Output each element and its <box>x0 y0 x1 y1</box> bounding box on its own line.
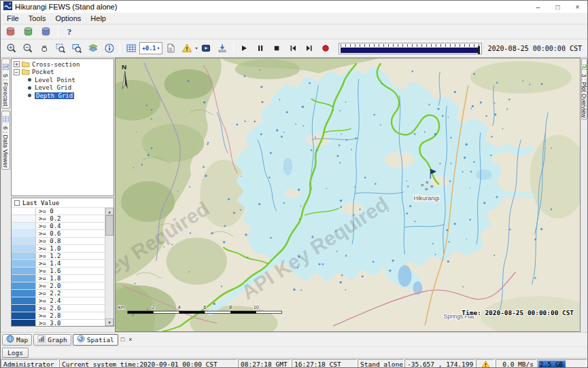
thresholds-warning-icon[interactable] <box>179 41 195 56</box>
skip-to-start-button[interactable] <box>286 41 301 56</box>
window-title: Hikurangi FEWS (Stand alone) <box>15 3 117 11</box>
legend-row: >= 1.4 <box>12 260 105 268</box>
timeseries-document-icon[interactable] <box>163 41 179 56</box>
collapse-icon[interactable]: − <box>14 69 20 75</box>
forecast-tab-icon <box>3 60 9 73</box>
close-button[interactable]: × <box>568 1 587 13</box>
legend-entry-label: >= 1.6 <box>36 268 61 274</box>
export-animation-icon[interactable] <box>215 41 230 56</box>
titlebar: Hikurangi FEWS (Stand alone) – □ × <box>1 1 587 13</box>
legend-row: >= 2.0 <box>12 282 105 290</box>
tree-item-label: Cross-section <box>32 61 80 68</box>
zoom-in-icon[interactable] <box>3 41 19 56</box>
scroll-up-icon[interactable]: ▲ <box>105 208 114 215</box>
status-transfer-rate: 0.0 MB/s <box>496 359 536 368</box>
legend-entry-label: >= 2.0 <box>36 282 61 289</box>
last-value-checkbox[interactable] <box>14 200 20 206</box>
legend-color-swatch <box>12 282 36 289</box>
map-view[interactable]: API Key Required API Key Required Hikura… <box>115 58 581 332</box>
legend-rows: >= 0>= 0.2>= 0.4>= 0.6>= 0.8>= 1.0>= 1.2… <box>12 208 105 326</box>
main-toolbar: ? <box>1 24 587 39</box>
forecast-database-icon[interactable] <box>3 24 18 39</box>
grid-display-icon[interactable] <box>123 41 139 56</box>
status-memory-gauge: 2.5 GB <box>537 359 587 368</box>
legend-row: >= 1.6 <box>12 268 105 275</box>
svg-text:10: 10 <box>254 304 259 310</box>
left-tab-strip: 5 : Forecast 6 : Data Viewer <box>1 58 10 332</box>
status-warning-icon[interactable] <box>476 359 495 368</box>
menu-file[interactable]: File <box>2 14 24 23</box>
tab-forecast-label: 5 : Forecast <box>2 74 9 107</box>
info-icon[interactable] <box>101 41 117 56</box>
tree-item-pocket[interactable]: − Pocket <box>12 69 114 77</box>
legend-color-swatch <box>12 238 36 244</box>
panel-close-button[interactable]: × <box>127 336 133 343</box>
legend-row: >= 1.0 <box>12 245 105 253</box>
timeline-bar[interactable] <box>341 48 480 52</box>
scrollbar-thumb[interactable] <box>105 215 114 236</box>
animation-movie-icon[interactable] <box>198 41 214 56</box>
spatial-swirl-icon <box>77 335 85 344</box>
tab-spatial[interactable]: Spatial <box>73 334 118 346</box>
menu-help[interactable]: Help <box>86 14 111 23</box>
toolbar-separator <box>58 26 58 37</box>
tab-map-label: Map <box>16 336 28 344</box>
tab-graph[interactable]: Graph <box>33 334 71 346</box>
play-button[interactable] <box>237 41 252 56</box>
legend-scrollbar[interactable]: ▲ ▼ <box>105 208 114 326</box>
tree-item-depth-grid[interactable]: Depth Grid <box>12 92 114 100</box>
stop-button[interactable] <box>269 41 285 56</box>
help-icon[interactable]: ? <box>63 24 76 39</box>
archive-database-icon[interactable] <box>38 24 54 39</box>
right-tab-strip: 3 : Plot Overview <box>581 58 587 332</box>
class-interval-combo[interactable]: +0.1 ▾ <box>139 42 162 54</box>
globe-icon <box>6 335 14 344</box>
folder-icon <box>22 68 30 76</box>
tab-graph-label: Graph <box>48 336 67 344</box>
pan-hand-icon[interactable] <box>36 41 52 56</box>
legend-entry-label: >= 1.4 <box>36 260 61 267</box>
pause-button[interactable] <box>253 41 269 56</box>
expand-icon[interactable]: + <box>14 61 20 67</box>
minimize-button[interactable]: – <box>528 1 548 13</box>
tree-item-cross-section[interactable]: + Cross-section <box>12 60 114 69</box>
timeline-slider[interactable] <box>339 43 482 54</box>
zoom-extent-icon[interactable] <box>52 41 68 56</box>
menu-options[interactable]: Options <box>50 14 86 23</box>
svg-text:N: N <box>122 63 126 71</box>
toolbar-separator <box>120 43 120 54</box>
skip-to-end-button[interactable] <box>302 41 317 56</box>
legend-row: >= 3.0 <box>12 320 105 326</box>
scale-unit-label: km <box>118 304 125 310</box>
folder-icon <box>22 60 30 69</box>
legend-color-swatch <box>12 275 36 282</box>
status-coordinates: -35.657 , 174.199 <box>404 359 475 368</box>
tab-forecast[interactable]: 5 : Forecast <box>1 58 10 109</box>
tab-data-viewer[interactable]: 6 : Data Viewer <box>1 111 10 170</box>
panel-float-button[interactable]: □ <box>120 336 126 343</box>
layers-icon[interactable] <box>85 41 101 56</box>
chevron-down-icon[interactable]: ▾ <box>196 46 198 50</box>
tab-plot-overview[interactable]: 3 : Plot Overview <box>581 58 587 119</box>
timeline-handle[interactable] <box>478 46 480 54</box>
record-button[interactable] <box>318 41 334 56</box>
status-local-time: 16:27:18 CST <box>292 359 357 368</box>
status-gmt-time: 08:27:18 GMT <box>238 359 291 368</box>
tab-map[interactable]: Map <box>2 334 32 346</box>
status-user: Administrator <box>1 359 58 368</box>
local-database-icon[interactable] <box>20 24 36 39</box>
tree-item-level-point[interactable]: Level Point <box>12 76 114 84</box>
legend-body: >= 0>= 0.2>= 0.4>= 0.6>= 0.8>= 1.0>= 1.2… <box>12 208 114 326</box>
tree-item-level-grid[interactable]: Level Grid <box>12 84 114 92</box>
town-label: Hikurangi <box>413 195 439 202</box>
maximize-button[interactable]: □ <box>548 1 568 13</box>
logs-button[interactable]: Logs <box>2 348 29 358</box>
menu-tools[interactable]: Tools <box>24 14 51 23</box>
legend-color-swatch <box>12 208 36 215</box>
zoom-selection-icon[interactable] <box>69 41 84 56</box>
legend-row: >= 0.2 <box>12 215 105 223</box>
zoom-out-icon[interactable] <box>20 41 35 56</box>
map-canvas[interactable]: API Key Required API Key Required Hikura… <box>116 58 580 331</box>
legend-entry-label: >= 0.2 <box>36 215 61 222</box>
scroll-down-icon[interactable]: ▼ <box>105 318 114 326</box>
